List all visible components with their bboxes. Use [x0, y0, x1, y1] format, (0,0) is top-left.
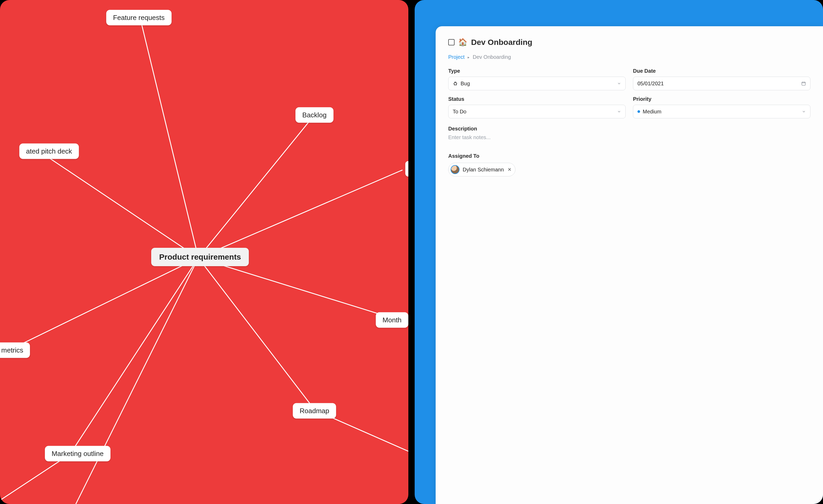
description-label: Description	[448, 126, 810, 132]
chevron-down-icon	[617, 81, 621, 86]
svg-line-7	[70, 258, 198, 454]
breadcrumb: Project ▸ Dev Onboarding	[448, 54, 810, 60]
field-priority: Priority Medium	[633, 96, 810, 118]
task-title-row: 🏠 Dev Onboarding	[448, 38, 810, 47]
status-value: To Do	[453, 109, 466, 115]
remove-assignee-button[interactable]: ✕	[508, 167, 511, 172]
svg-line-0	[140, 18, 198, 258]
mindmap-node-backlog[interactable]: Backlog	[296, 107, 334, 123]
svg-line-6	[198, 258, 315, 410]
field-due-date-label: Due Date	[633, 68, 810, 74]
assignee-chip[interactable]: Dylan Schiemann ✕	[448, 163, 515, 176]
mindmap-node-roadmap[interactable]: Roadmap	[293, 403, 336, 418]
mindmap-node-edge-stub[interactable]	[405, 161, 408, 177]
mindmap-canvas[interactable]: Feature requests Backlog ated pitch deck…	[0, 0, 408, 504]
assigned-to-label: Assigned To	[448, 153, 810, 159]
field-due-date: Due Date 05/01/2021	[633, 68, 810, 90]
field-priority-label: Priority	[633, 96, 810, 102]
priority-dot-icon	[637, 110, 640, 113]
breadcrumb-leaf: Dev Onboarding	[473, 54, 511, 60]
chevron-right-icon: ▸	[468, 55, 470, 59]
field-status: Status To Do	[448, 96, 626, 118]
type-select[interactable]: Bug	[448, 76, 626, 90]
task-card: 🏠 Dev Onboarding Project ▸ Dev Onboardin…	[436, 26, 823, 504]
mindmap-node-month[interactable]: Month	[376, 312, 408, 328]
priority-value: Medium	[643, 109, 661, 115]
field-status-label: Status	[448, 96, 626, 102]
svg-line-1	[198, 114, 315, 258]
task-complete-checkbox[interactable]	[448, 39, 455, 45]
task-title-emoji: 🏠	[458, 39, 467, 46]
field-type-label: Type	[448, 68, 626, 74]
bug-icon	[453, 81, 458, 86]
field-type: Type Bug	[448, 68, 626, 90]
mindmap-node-center[interactable]: Product requirements	[151, 248, 249, 266]
svg-line-10	[0, 454, 70, 504]
task-title: Dev Onboarding	[471, 38, 532, 47]
svg-line-2	[41, 152, 198, 258]
svg-line-8	[70, 258, 198, 504]
description-input[interactable]: Enter task notes...	[448, 134, 810, 140]
due-date-value: 05/01/2021	[637, 80, 664, 87]
due-date-input[interactable]: 05/01/2021	[633, 76, 810, 90]
status-select[interactable]: To Do	[448, 105, 626, 118]
calendar-icon	[801, 81, 806, 86]
mindmap-node-pitch-deck[interactable]: ated pitch deck	[19, 144, 79, 159]
mindmap-node-marketing-outline[interactable]: Marketing outline	[45, 446, 111, 462]
assignee-name: Dylan Schiemann	[463, 167, 504, 173]
type-value: Bug	[461, 80, 470, 87]
chevron-down-icon	[802, 110, 806, 114]
mindmap-node-metrics[interactable]: metrics	[0, 343, 30, 358]
breadcrumb-root[interactable]: Project	[448, 54, 465, 60]
priority-select[interactable]: Medium	[633, 105, 810, 118]
svg-line-3	[198, 170, 402, 258]
svg-line-4	[198, 258, 397, 319]
mindmap-node-feature-requests[interactable]: Feature requests	[106, 10, 172, 25]
svg-line-5	[6, 258, 198, 351]
chevron-down-icon	[617, 110, 621, 114]
svg-rect-12	[802, 82, 805, 85]
avatar	[451, 165, 460, 174]
task-panel: 🏠 Dev Onboarding Project ▸ Dev Onboardin…	[415, 0, 823, 504]
mindmap-panel: Feature requests Backlog ated pitch deck…	[0, 0, 408, 504]
